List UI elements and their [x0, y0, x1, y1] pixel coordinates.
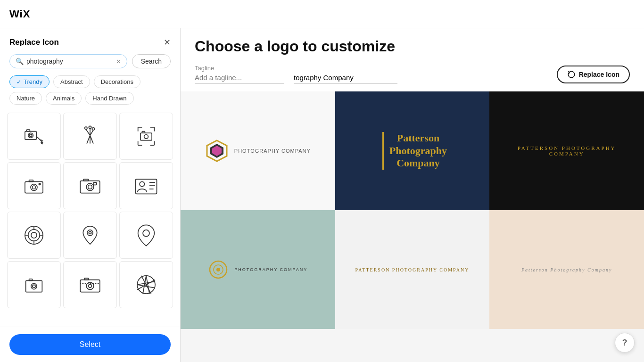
- logo-card-white-content: Photography Company: [196, 130, 320, 172]
- filter-tag-nature[interactable]: Nature: [9, 92, 42, 105]
- peach-company: Patterson Photography Company: [521, 267, 612, 272]
- id-camera-icon: [134, 173, 158, 198]
- retro-camera-icon: [78, 173, 102, 198]
- replace-icon-button[interactable]: Replace Icon: [557, 66, 630, 83]
- logo-card-teal-content: Photography Company: [198, 250, 317, 289]
- logo-card-peach[interactable]: Patterson Photography Company: [489, 210, 644, 329]
- logo-icon-hexagon: [205, 139, 229, 163]
- filter-tag-handdrawn-label: Hand Drawn: [92, 95, 126, 102]
- main-layout: Replace Icon ✕ 🔍 ✕ Search ✓ Trendy Abstr…: [0, 28, 644, 362]
- svg-rect-23: [83, 179, 88, 181]
- icon-cell-id-camera[interactable]: [119, 162, 173, 209]
- filter-tag-decorations[interactable]: Decorations: [94, 75, 140, 88]
- icon-cell-location-camera[interactable]: [63, 212, 117, 259]
- svg-point-39: [143, 230, 149, 237]
- filter-tags: ✓ Trendy Abstract Decorations Nature Ani…: [0, 75, 180, 110]
- filter-tag-abstract[interactable]: Abstract: [53, 75, 90, 88]
- svg-point-60: [216, 268, 220, 272]
- close-button[interactable]: ✕: [164, 38, 171, 47]
- logo-card-white[interactable]: Photography Company: [181, 91, 335, 210]
- logo-card-lightgray-content: Patterson Photography Company: [346, 258, 479, 282]
- search-input[interactable]: [26, 58, 114, 65]
- icon-cell-mini-camera[interactable]: [7, 261, 61, 308]
- navy-company-name: PattersonPhotographyCompany: [389, 132, 447, 169]
- tagline-label: Tagline: [195, 65, 284, 72]
- panel-header: Replace Icon ✕: [0, 28, 180, 54]
- wix-logo: WiX: [9, 8, 30, 20]
- svg-point-41: [31, 283, 37, 289]
- search-input-wrap: 🔍 ✕: [9, 54, 127, 68]
- svg-point-17: [33, 186, 36, 189]
- right-content: Choose a logo to customize Tagline Repla…: [181, 28, 644, 362]
- logo-card-lightgray[interactable]: Patterson Photography Company: [335, 210, 490, 329]
- logo-card-black[interactable]: Patterson Photography Company: [489, 91, 644, 210]
- logo-card-navy[interactable]: PattersonPhotographyCompany: [335, 91, 490, 210]
- logo-card-white-text: Photography Company: [234, 148, 311, 154]
- filter-tag-nature-label: Nature: [17, 95, 35, 102]
- clear-search-button[interactable]: ✕: [116, 58, 121, 65]
- logo-card-teal[interactable]: Photography Company: [181, 210, 335, 329]
- icon-cell-camera-brush[interactable]: [7, 113, 61, 160]
- icon-cell-camera-tripod[interactable]: [63, 113, 117, 160]
- company-name-input[interactable]: [294, 72, 397, 84]
- svg-line-9: [87, 135, 90, 143]
- teal-company: Photography Company: [234, 267, 307, 272]
- filter-tag-trendy[interactable]: ✓ Trendy: [9, 75, 50, 88]
- icon-cell-camera-frame[interactable]: [119, 113, 173, 160]
- replace-icon-label: Replace Icon: [579, 71, 619, 78]
- select-button[interactable]: Select: [9, 334, 171, 355]
- svg-point-6: [85, 127, 87, 129]
- svg-point-16: [31, 184, 37, 191]
- app-header: WiX: [0, 0, 644, 28]
- svg-point-8: [92, 128, 94, 130]
- filter-tag-abstract-label: Abstract: [60, 78, 83, 85]
- svg-rect-44: [80, 280, 100, 292]
- icon-cell-aperture[interactable]: [119, 261, 173, 308]
- lightgray-text: Patterson Photography Company: [355, 267, 470, 272]
- navy-divider: [382, 132, 384, 170]
- svg-point-46: [89, 284, 92, 288]
- tagline-input[interactable]: [195, 72, 284, 84]
- lightgray-company: Patterson Photography Company: [355, 267, 470, 272]
- teal-inner: Photography Company: [208, 259, 307, 280]
- mini-camera-icon: [22, 272, 46, 297]
- location-camera-icon: [78, 223, 102, 247]
- logo-grid: Photography Company PattersonPhotography…: [181, 91, 644, 329]
- icon-cell-stylized-camera[interactable]: [63, 261, 117, 308]
- svg-point-21: [86, 183, 94, 191]
- svg-point-31: [28, 230, 40, 241]
- aperture-icon: [134, 272, 158, 297]
- svg-point-32: [31, 232, 37, 238]
- svg-rect-47: [84, 278, 89, 280]
- icon-cell-location-pin[interactable]: [119, 212, 173, 259]
- black-company-name: Patterson Photography Company: [499, 145, 635, 156]
- check-icon: ✓: [17, 79, 21, 85]
- svg-point-19: [39, 183, 40, 185]
- logo-editor-bar: Tagline Replace Icon: [195, 65, 630, 84]
- card-white-company: Photography Company: [234, 148, 311, 154]
- filter-tag-handdrawn[interactable]: Hand Drawn: [85, 92, 133, 105]
- navy-text-block: PattersonPhotographyCompany: [389, 132, 447, 169]
- page-title: Choose a logo to customize: [195, 38, 630, 55]
- svg-rect-12: [140, 133, 152, 140]
- svg-point-26: [140, 181, 144, 186]
- camera-brush-icon: [22, 124, 46, 148]
- svg-point-22: [88, 185, 92, 189]
- search-icon: 🔍: [16, 58, 24, 65]
- filter-tag-decorations-label: Decorations: [101, 78, 133, 85]
- icon-cell-lens-circle[interactable]: [7, 212, 61, 259]
- camera-frame-icon: [134, 124, 158, 148]
- svg-rect-43: [29, 279, 33, 280]
- company-name-label: [294, 65, 416, 72]
- svg-point-7: [89, 126, 91, 128]
- filter-tag-animals[interactable]: Animals: [46, 92, 82, 105]
- icon-grid: [0, 110, 180, 327]
- right-top-bar: Choose a logo to customize Tagline Repla…: [181, 28, 644, 91]
- help-button[interactable]: ?: [615, 333, 635, 353]
- logo-card-navy-content: PattersonPhotographyCompany: [368, 123, 456, 179]
- search-button[interactable]: Search: [132, 54, 171, 68]
- filter-tag-trendy-label: Trendy: [24, 78, 42, 85]
- icon-cell-simple-camera[interactable]: [7, 162, 61, 209]
- icon-cell-retro-camera[interactable]: [63, 162, 117, 209]
- teal-text: Photography Company: [234, 267, 307, 272]
